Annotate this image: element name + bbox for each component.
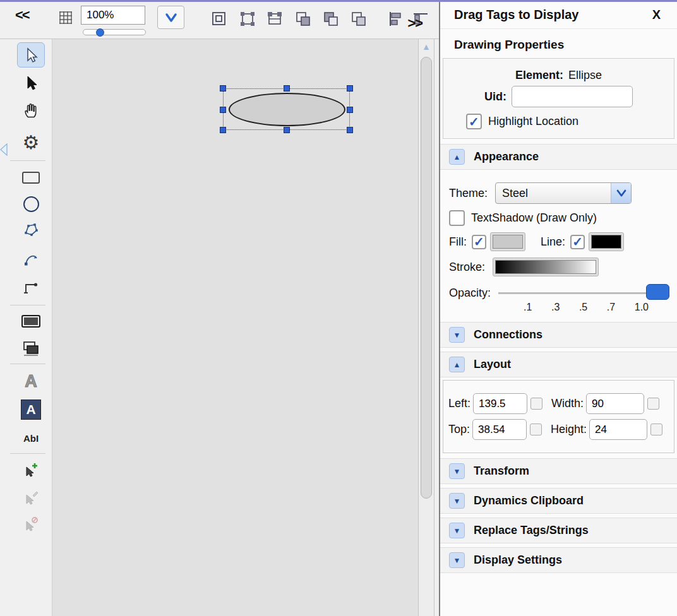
resize-handle-ne[interactable] <box>347 85 353 92</box>
collapse-toolbar-button[interactable]: << <box>15 7 29 23</box>
label-tool-button[interactable]: AbI <box>17 425 45 451</box>
highlight-location-checkbox[interactable]: ✓ <box>466 114 482 129</box>
selected-ellipse-shape[interactable] <box>229 93 345 126</box>
textshadow-checkbox[interactable] <box>449 210 465 226</box>
opacity-tick: .1 <box>524 302 532 313</box>
stroke-style-button[interactable] <box>493 258 599 276</box>
section-header-display-settings[interactable]: ▼ Display Settings <box>440 547 677 573</box>
resize-handle-sw[interactable] <box>220 127 226 133</box>
section-header-replace-tags[interactable]: ▼ Replace Tags/Strings <box>440 518 677 543</box>
top-label: Top: <box>448 423 470 436</box>
select-all-icon <box>239 10 256 28</box>
resize-handle-s[interactable] <box>284 127 290 133</box>
scrollbar-up-arrow-icon[interactable]: ▲ <box>419 42 434 52</box>
zoom-options-dropdown-button[interactable] <box>157 6 184 29</box>
grid-toggle-button[interactable] <box>57 9 75 27</box>
top-bind-toggle[interactable] <box>530 424 542 435</box>
resize-handle-w[interactable] <box>220 107 226 113</box>
fill-checkbox[interactable]: ✓ <box>472 235 486 249</box>
height-input[interactable] <box>589 419 647 440</box>
group-front-button[interactable] <box>322 10 340 28</box>
connector-tool-button[interactable] <box>17 275 45 300</box>
panel-header: Drag Tags to Display X <box>440 0 677 28</box>
main-toolbar: << <box>0 2 439 39</box>
opacity-label: Opacity: <box>449 287 491 300</box>
tool-separator <box>10 305 45 305</box>
section-header-dynamics-clipboard[interactable]: ▼ Dynamics Clipboard <box>440 488 677 514</box>
line-color-well[interactable] <box>589 232 624 251</box>
uid-label: Uid: <box>484 90 506 104</box>
triangle-down-icon: ▼ <box>453 556 461 565</box>
text-filled-tool-button[interactable]: A <box>17 397 45 422</box>
opacity-slider[interactable] <box>498 283 668 303</box>
expand-dynamics-clipboard-button[interactable]: ▼ <box>449 493 465 509</box>
drawing-canvas[interactable] <box>52 39 418 616</box>
select-arrow-icon <box>23 47 39 63</box>
text-outline-tool-button[interactable]: A <box>17 369 45 394</box>
layout-row-1: Left: Width: <box>448 393 669 414</box>
zoom-slider-knob[interactable] <box>96 28 104 37</box>
resize-handle-nw[interactable] <box>220 85 226 92</box>
section-header-transform[interactable]: ▼ Transform <box>440 458 677 484</box>
ellipse-tool-button[interactable] <box>17 191 45 216</box>
direct-select-tool-button[interactable] <box>17 70 45 95</box>
top-input[interactable] <box>472 419 527 440</box>
zoom-input[interactable] <box>81 6 145 25</box>
pan-tool-button[interactable] <box>17 98 45 123</box>
select-all-button[interactable] <box>239 10 256 28</box>
line-checkbox[interactable]: ✓ <box>570 235 585 249</box>
height-bind-toggle[interactable] <box>650 424 662 435</box>
selection-bounding-box[interactable] <box>223 88 350 130</box>
section-header-connections[interactable]: ▼ Connections <box>440 322 677 348</box>
opacity-slider-knob[interactable] <box>646 284 669 300</box>
uid-input[interactable] <box>512 86 633 107</box>
scrollbar-thumb[interactable] <box>421 57 432 499</box>
expand-connections-button[interactable]: ▼ <box>449 327 465 343</box>
curve-tool-button[interactable] <box>17 247 45 272</box>
panel-stack-tool-icon <box>21 340 40 357</box>
group-button[interactable] <box>294 10 312 28</box>
zoom-slider[interactable] <box>83 29 146 35</box>
collapse-appearance-button[interactable]: ▲ <box>449 149 465 165</box>
canvas-vertical-scrollbar[interactable]: ▲ <box>418 39 434 616</box>
toolbar-overflow-button[interactable]: >> <box>407 15 422 32</box>
width-bind-toggle[interactable] <box>647 398 659 410</box>
filled-rect-tool-icon <box>21 315 40 328</box>
textshadow-row: TextShadow (Draw Only) <box>449 210 668 226</box>
select-tool-button[interactable] <box>17 42 45 68</box>
ungroup-button[interactable] <box>350 10 368 28</box>
close-panel-button[interactable]: X <box>649 8 664 22</box>
expand-display-settings-button[interactable]: ▼ <box>449 552 465 568</box>
left-bind-toggle[interactable] <box>530 398 542 410</box>
opacity-slider-track[interactable] <box>498 292 663 294</box>
group-icon <box>294 10 312 28</box>
highlight-location-row: ✓ Highlight Location <box>466 114 670 129</box>
crop-region-button[interactable] <box>266 10 284 28</box>
appearance-section-title: Appearance <box>474 150 539 163</box>
collapse-layout-button[interactable]: ▲ <box>449 357 465 372</box>
add-symbol-tool-button[interactable] <box>17 457 45 482</box>
polygon-tool-button[interactable] <box>17 217 45 242</box>
expand-replace-tags-button[interactable]: ▼ <box>449 523 465 538</box>
theme-dropdown[interactable]: Steel <box>495 182 632 204</box>
section-header-appearance[interactable]: ▲ Appearance <box>440 144 677 170</box>
filled-rect-tool-button[interactable] <box>17 309 45 334</box>
opacity-tick: .3 <box>551 302 560 313</box>
settings-tool-button[interactable]: ⚙ <box>17 130 45 155</box>
bring-to-front-button[interactable] <box>210 10 228 28</box>
width-input[interactable] <box>586 393 644 414</box>
resize-handle-e[interactable] <box>347 107 353 113</box>
expand-transform-button[interactable]: ▼ <box>449 463 465 479</box>
panel-stack-tool-button[interactable] <box>17 336 45 361</box>
resize-handle-se[interactable] <box>347 127 353 133</box>
left-label: Left: <box>448 397 470 410</box>
theme-dropdown-chevron-button[interactable] <box>611 183 631 203</box>
left-input[interactable] <box>473 393 527 414</box>
drawing-properties-title: Drawing Properties <box>440 28 677 58</box>
dock-hint-icon <box>0 143 8 156</box>
resize-handle-n[interactable] <box>284 85 290 92</box>
section-header-layout[interactable]: ▲ Layout <box>440 352 677 377</box>
align-left-button[interactable] <box>386 10 404 28</box>
fill-color-well[interactable] <box>490 232 525 251</box>
rectangle-tool-button[interactable] <box>17 165 45 190</box>
